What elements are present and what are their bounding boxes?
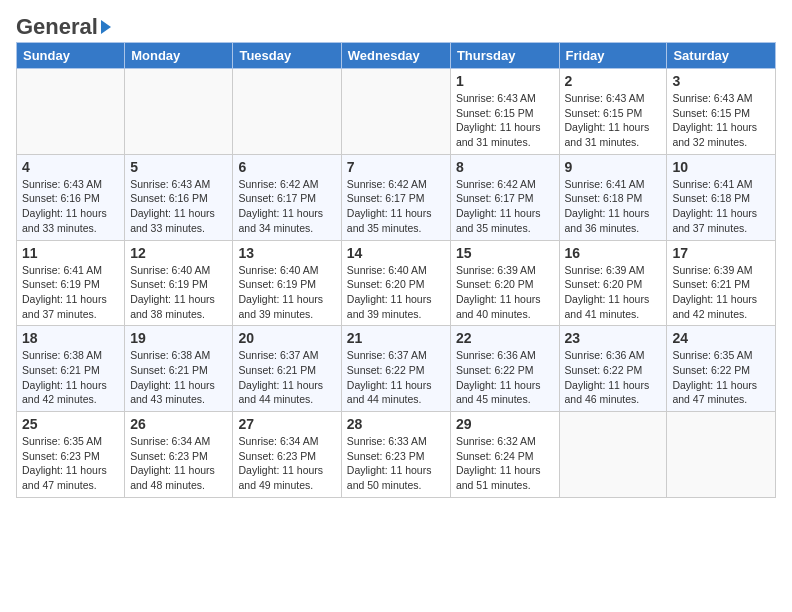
calendar-week-row: 1Sunrise: 6:43 AM Sunset: 6:15 PM Daylig… — [17, 69, 776, 155]
logo: General — [16, 16, 111, 34]
calendar-cell — [667, 412, 776, 498]
day-info: Sunrise: 6:34 AM Sunset: 6:23 PM Dayligh… — [130, 434, 227, 493]
calendar-cell: 22Sunrise: 6:36 AM Sunset: 6:22 PM Dayli… — [450, 326, 559, 412]
calendar-cell: 8Sunrise: 6:42 AM Sunset: 6:17 PM Daylig… — [450, 154, 559, 240]
calendar-cell: 29Sunrise: 6:32 AM Sunset: 6:24 PM Dayli… — [450, 412, 559, 498]
day-number: 16 — [565, 245, 662, 261]
day-number: 11 — [22, 245, 119, 261]
calendar-header-friday: Friday — [559, 43, 667, 69]
calendar-cell — [559, 412, 667, 498]
day-number: 3 — [672, 73, 770, 89]
page-header: General — [16, 16, 776, 34]
day-info: Sunrise: 6:43 AM Sunset: 6:15 PM Dayligh… — [565, 91, 662, 150]
day-info: Sunrise: 6:35 AM Sunset: 6:22 PM Dayligh… — [672, 348, 770, 407]
calendar-header-monday: Monday — [125, 43, 233, 69]
day-info: Sunrise: 6:40 AM Sunset: 6:19 PM Dayligh… — [238, 263, 335, 322]
day-info: Sunrise: 6:43 AM Sunset: 6:16 PM Dayligh… — [130, 177, 227, 236]
day-number: 13 — [238, 245, 335, 261]
day-info: Sunrise: 6:42 AM Sunset: 6:17 PM Dayligh… — [347, 177, 445, 236]
day-info: Sunrise: 6:41 AM Sunset: 6:18 PM Dayligh… — [672, 177, 770, 236]
calendar-week-row: 18Sunrise: 6:38 AM Sunset: 6:21 PM Dayli… — [17, 326, 776, 412]
day-info: Sunrise: 6:40 AM Sunset: 6:20 PM Dayligh… — [347, 263, 445, 322]
calendar-cell: 17Sunrise: 6:39 AM Sunset: 6:21 PM Dayli… — [667, 240, 776, 326]
day-info: Sunrise: 6:39 AM Sunset: 6:20 PM Dayligh… — [456, 263, 554, 322]
calendar-header-row: SundayMondayTuesdayWednesdayThursdayFrid… — [17, 43, 776, 69]
calendar-cell — [125, 69, 233, 155]
day-info: Sunrise: 6:38 AM Sunset: 6:21 PM Dayligh… — [130, 348, 227, 407]
calendar-cell: 4Sunrise: 6:43 AM Sunset: 6:16 PM Daylig… — [17, 154, 125, 240]
day-info: Sunrise: 6:43 AM Sunset: 6:16 PM Dayligh… — [22, 177, 119, 236]
day-info: Sunrise: 6:43 AM Sunset: 6:15 PM Dayligh… — [456, 91, 554, 150]
day-number: 28 — [347, 416, 445, 432]
day-info: Sunrise: 6:37 AM Sunset: 6:22 PM Dayligh… — [347, 348, 445, 407]
day-number: 2 — [565, 73, 662, 89]
day-info: Sunrise: 6:37 AM Sunset: 6:21 PM Dayligh… — [238, 348, 335, 407]
day-number: 23 — [565, 330, 662, 346]
calendar-cell: 20Sunrise: 6:37 AM Sunset: 6:21 PM Dayli… — [233, 326, 341, 412]
calendar-cell: 19Sunrise: 6:38 AM Sunset: 6:21 PM Dayli… — [125, 326, 233, 412]
day-info: Sunrise: 6:39 AM Sunset: 6:21 PM Dayligh… — [672, 263, 770, 322]
calendar-cell: 21Sunrise: 6:37 AM Sunset: 6:22 PM Dayli… — [341, 326, 450, 412]
calendar-header-thursday: Thursday — [450, 43, 559, 69]
day-number: 18 — [22, 330, 119, 346]
day-number: 19 — [130, 330, 227, 346]
calendar-week-row: 25Sunrise: 6:35 AM Sunset: 6:23 PM Dayli… — [17, 412, 776, 498]
calendar-cell — [341, 69, 450, 155]
day-info: Sunrise: 6:36 AM Sunset: 6:22 PM Dayligh… — [565, 348, 662, 407]
calendar-cell: 28Sunrise: 6:33 AM Sunset: 6:23 PM Dayli… — [341, 412, 450, 498]
calendar-cell: 2Sunrise: 6:43 AM Sunset: 6:15 PM Daylig… — [559, 69, 667, 155]
calendar-cell — [233, 69, 341, 155]
calendar-cell: 6Sunrise: 6:42 AM Sunset: 6:17 PM Daylig… — [233, 154, 341, 240]
calendar-week-row: 4Sunrise: 6:43 AM Sunset: 6:16 PM Daylig… — [17, 154, 776, 240]
day-number: 29 — [456, 416, 554, 432]
day-number: 15 — [456, 245, 554, 261]
day-number: 14 — [347, 245, 445, 261]
day-info: Sunrise: 6:33 AM Sunset: 6:23 PM Dayligh… — [347, 434, 445, 493]
calendar-header-wednesday: Wednesday — [341, 43, 450, 69]
day-number: 17 — [672, 245, 770, 261]
day-number: 4 — [22, 159, 119, 175]
day-number: 25 — [22, 416, 119, 432]
day-number: 10 — [672, 159, 770, 175]
day-number: 21 — [347, 330, 445, 346]
calendar-cell: 27Sunrise: 6:34 AM Sunset: 6:23 PM Dayli… — [233, 412, 341, 498]
calendar-cell: 5Sunrise: 6:43 AM Sunset: 6:16 PM Daylig… — [125, 154, 233, 240]
day-number: 7 — [347, 159, 445, 175]
day-number: 5 — [130, 159, 227, 175]
calendar-cell: 1Sunrise: 6:43 AM Sunset: 6:15 PM Daylig… — [450, 69, 559, 155]
calendar-cell: 25Sunrise: 6:35 AM Sunset: 6:23 PM Dayli… — [17, 412, 125, 498]
day-info: Sunrise: 6:43 AM Sunset: 6:15 PM Dayligh… — [672, 91, 770, 150]
calendar-header-sunday: Sunday — [17, 43, 125, 69]
calendar-cell: 3Sunrise: 6:43 AM Sunset: 6:15 PM Daylig… — [667, 69, 776, 155]
day-info: Sunrise: 6:39 AM Sunset: 6:20 PM Dayligh… — [565, 263, 662, 322]
day-info: Sunrise: 6:32 AM Sunset: 6:24 PM Dayligh… — [456, 434, 554, 493]
day-info: Sunrise: 6:36 AM Sunset: 6:22 PM Dayligh… — [456, 348, 554, 407]
calendar-cell: 18Sunrise: 6:38 AM Sunset: 6:21 PM Dayli… — [17, 326, 125, 412]
calendar-cell: 7Sunrise: 6:42 AM Sunset: 6:17 PM Daylig… — [341, 154, 450, 240]
calendar-cell: 26Sunrise: 6:34 AM Sunset: 6:23 PM Dayli… — [125, 412, 233, 498]
day-number: 24 — [672, 330, 770, 346]
calendar-cell: 14Sunrise: 6:40 AM Sunset: 6:20 PM Dayli… — [341, 240, 450, 326]
day-info: Sunrise: 6:40 AM Sunset: 6:19 PM Dayligh… — [130, 263, 227, 322]
day-number: 27 — [238, 416, 335, 432]
calendar-cell: 16Sunrise: 6:39 AM Sunset: 6:20 PM Dayli… — [559, 240, 667, 326]
day-number: 22 — [456, 330, 554, 346]
calendar-cell: 9Sunrise: 6:41 AM Sunset: 6:18 PM Daylig… — [559, 154, 667, 240]
calendar-cell: 13Sunrise: 6:40 AM Sunset: 6:19 PM Dayli… — [233, 240, 341, 326]
day-number: 9 — [565, 159, 662, 175]
day-number: 8 — [456, 159, 554, 175]
day-info: Sunrise: 6:34 AM Sunset: 6:23 PM Dayligh… — [238, 434, 335, 493]
day-number: 26 — [130, 416, 227, 432]
calendar-header-saturday: Saturday — [667, 43, 776, 69]
logo-text: General — [16, 16, 98, 38]
day-info: Sunrise: 6:41 AM Sunset: 6:19 PM Dayligh… — [22, 263, 119, 322]
day-number: 12 — [130, 245, 227, 261]
logo-triangle-icon — [101, 20, 111, 34]
day-number: 6 — [238, 159, 335, 175]
day-info: Sunrise: 6:38 AM Sunset: 6:21 PM Dayligh… — [22, 348, 119, 407]
day-number: 20 — [238, 330, 335, 346]
calendar-week-row: 11Sunrise: 6:41 AM Sunset: 6:19 PM Dayli… — [17, 240, 776, 326]
day-info: Sunrise: 6:35 AM Sunset: 6:23 PM Dayligh… — [22, 434, 119, 493]
calendar-cell: 24Sunrise: 6:35 AM Sunset: 6:22 PM Dayli… — [667, 326, 776, 412]
calendar-cell: 11Sunrise: 6:41 AM Sunset: 6:19 PM Dayli… — [17, 240, 125, 326]
